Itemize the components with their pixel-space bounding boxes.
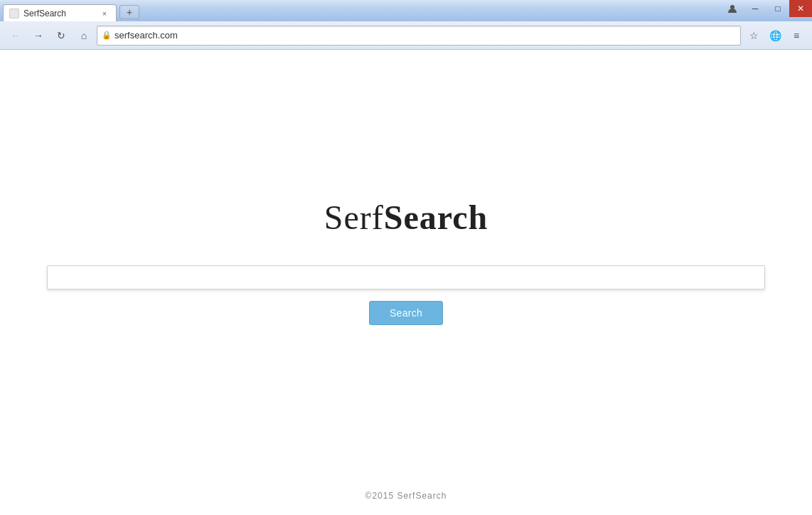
tab-favicon [9,9,19,18]
page-content: SerfSearch Search ©2015 SerfSearch [0,50,812,515]
footer: ©2015 SerfSearch [0,491,812,501]
back-icon: ← [11,30,21,41]
star-icon: ☆ [749,30,759,41]
search-input[interactable] [47,265,765,290]
close-icon: ✕ [797,4,804,14]
title-bar: SerfSearch × + ─ □ ✕ [0,0,812,21]
forward-icon: → [33,30,43,41]
footer-text: ©2015 SerfSearch [365,491,447,501]
tab-label: SerfSearch [23,9,66,18]
site-logo: SerfSearch [324,198,488,237]
toolbar-right-controls: ☆ 🌐 ≡ [744,26,806,46]
bookmark-button[interactable]: ☆ [744,26,764,46]
minimize-icon: ─ [752,4,759,14]
reload-icon: ↻ [57,30,65,41]
forward-button[interactable]: → [28,26,48,46]
hamburger-icon: ≡ [794,30,799,41]
active-tab[interactable]: SerfSearch × [3,4,117,21]
user-button[interactable] [721,0,744,17]
home-button[interactable]: ⌂ [74,26,94,46]
logo-search: Search [384,198,488,236]
address-input[interactable] [114,30,736,41]
close-button[interactable]: ✕ [789,0,812,17]
user-icon [727,4,737,14]
logo-serf: Serf [324,198,384,236]
new-tab-button[interactable]: + [119,5,139,19]
back-button[interactable]: ← [6,26,26,46]
menu-button[interactable]: ≡ [786,26,806,46]
search-button-label: Search [390,307,422,319]
globe-button[interactable]: 🌐 [765,26,785,46]
new-tab-icon: + [127,6,132,18]
address-bar[interactable]: 🔒 [97,26,741,46]
globe-icon: 🌐 [769,30,781,41]
search-container: Search [47,265,765,325]
minimize-button[interactable]: ─ [744,0,766,17]
search-button[interactable]: Search [369,301,443,325]
home-icon: ⌂ [81,30,87,41]
browser-toolbar: ← → ↻ ⌂ 🔒 ☆ 🌐 ≡ [0,21,812,50]
window-controls: ─ □ ✕ [721,0,812,17]
tab-strip: SerfSearch × + [3,0,139,21]
maximize-icon: □ [775,4,780,14]
reload-button[interactable]: ↻ [51,26,71,46]
address-lock-icon: 🔒 [102,31,112,40]
maximize-button[interactable]: □ [766,0,789,17]
tab-close-button[interactable]: × [99,8,110,19]
